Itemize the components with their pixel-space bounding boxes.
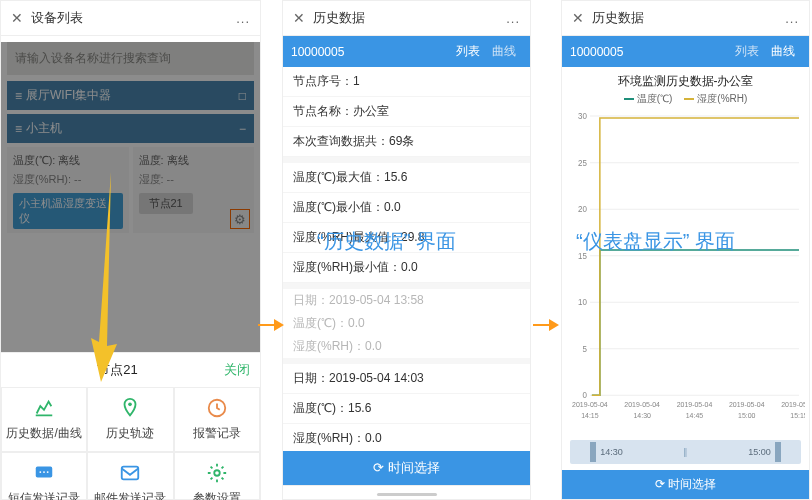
action-sheet-grid: 历史数据/曲线 历史轨迹 报警记录 短信发送记录 邮件发送记录 参数设置	[1, 387, 260, 500]
alarm-icon	[206, 397, 228, 419]
close-icon[interactable]: ✕	[572, 10, 584, 26]
record-row: 日期：2019-05-04 13:58	[283, 289, 530, 312]
list-icon: ≡	[15, 122, 20, 136]
stat-row: 温度(℃)最大值：15.6	[283, 163, 530, 193]
sub-bar: 10000005 列表 曲线	[562, 36, 809, 67]
svg-point-7	[214, 470, 220, 476]
slider-tick: 14:30	[600, 447, 623, 457]
chart-title: 环境监测历史数据-办公室	[562, 67, 809, 92]
header-bar: ✕ 设备列表 ...	[1, 1, 260, 36]
legend-label: 湿度(%RH)	[697, 93, 747, 104]
cell-label: 邮件发送记录	[94, 490, 166, 500]
panel-device-list: ✕ 设备列表 ... 请输入设备名称进行搜索查询 ≡ 展厅WIFI集中器 □ ≡…	[0, 0, 261, 500]
header-bar: ✕ 历史数据 ...	[562, 1, 809, 36]
group-wifi-hub[interactable]: ≡ 展厅WIFI集中器 □	[7, 81, 254, 110]
svg-text:2019-05-04: 2019-05-04	[677, 401, 713, 408]
tab-curve[interactable]: 曲线	[765, 43, 801, 60]
annotation-arrow-right	[533, 318, 559, 332]
location-icon	[119, 397, 141, 419]
annotation-arrow-down	[91, 172, 117, 382]
legend-label: 温度(℃)	[637, 93, 673, 104]
temp-line: 温度: 离线	[139, 153, 249, 168]
header-title: 历史数据	[313, 9, 506, 27]
header-title: 历史数据	[592, 9, 785, 27]
svg-text:14:15: 14:15	[581, 412, 599, 419]
cell-params[interactable]: 参数设置	[174, 452, 260, 500]
collapse-icon[interactable]: −	[239, 122, 246, 136]
more-icon[interactable]: ...	[785, 11, 799, 26]
header-bar: ✕ 历史数据 ...	[283, 1, 530, 36]
close-icon[interactable]: ✕	[11, 10, 23, 26]
cell-history-data[interactable]: 历史数据/曲线	[1, 387, 87, 452]
cell-sms-record[interactable]: 短信发送记录	[1, 452, 87, 500]
record-row: 湿度(%RH)：0.0	[283, 335, 530, 358]
svg-rect-6	[122, 467, 139, 480]
tab-curve[interactable]: 曲线	[486, 43, 522, 60]
svg-text:14:45: 14:45	[686, 412, 704, 419]
more-icon[interactable]: ...	[236, 11, 250, 26]
group-small-host[interactable]: ≡ 小主机 −	[7, 114, 254, 143]
record-hum: 湿度(%RH)：0.0	[283, 424, 530, 451]
svg-point-0	[129, 403, 133, 407]
svg-point-5	[47, 471, 49, 473]
device-id: 10000005	[570, 45, 729, 59]
slider-handle-left[interactable]	[590, 442, 596, 462]
device-card[interactable]: 温度: 离线 湿度: -- 节点21 ⚙	[133, 147, 255, 233]
list-icon: ≡	[15, 89, 20, 103]
collapse-icon[interactable]: □	[239, 89, 246, 103]
sms-icon	[33, 462, 55, 484]
time-select-button[interactable]: ⟳ 时间选择	[283, 451, 530, 485]
group-label: 小主机	[26, 120, 239, 137]
svg-text:2019-05-04: 2019-05-04	[624, 401, 660, 408]
chart-icon	[33, 397, 55, 419]
time-select-button[interactable]: ⟳ 时间选择	[562, 470, 809, 499]
svg-point-4	[43, 471, 45, 473]
chart-canvas[interactable]: 0510152025302019-05-0414:152019-05-0414:…	[566, 110, 805, 436]
summary-row: 节点名称：办公室	[283, 97, 530, 127]
sheet-close[interactable]: 关闭	[224, 361, 250, 379]
callout-history: “历史数据” 界面	[317, 228, 456, 255]
svg-text:10: 10	[578, 298, 587, 307]
annotation-arrow-right	[258, 318, 284, 332]
svg-text:15:15: 15:15	[790, 412, 805, 419]
cell-label: 历史数据/曲线	[6, 425, 81, 442]
nav-pill	[283, 485, 530, 499]
search-input[interactable]: 请输入设备名称进行搜索查询	[7, 42, 254, 75]
cell-history-track[interactable]: 历史轨迹	[87, 387, 173, 452]
record-temp: 温度(℃)：15.6	[283, 394, 530, 424]
time-range-slider[interactable]: 14:30 ‖ 15:00	[570, 440, 801, 464]
cell-label: 历史轨迹	[106, 425, 154, 442]
svg-text:14:30: 14:30	[633, 412, 651, 419]
tab-list[interactable]: 列表	[729, 43, 765, 60]
stat-row: 湿度(%RH)最小值：0.0	[283, 253, 530, 283]
legend-swatch-hum	[684, 98, 694, 100]
device-cards: 温度(℃): 离线 湿度(%RH): -- 小主机温湿度变送仪 温度: 离线 湿…	[7, 147, 254, 233]
svg-text:30: 30	[578, 112, 587, 121]
hum-line: 湿度: --	[139, 172, 249, 187]
legend-swatch-temp	[624, 98, 634, 100]
group-label: 展厅WIFI集中器	[26, 87, 239, 104]
slider-handle-right[interactable]	[775, 442, 781, 462]
slider-tick: 15:00	[748, 447, 771, 457]
cell-alarm-record[interactable]: 报警记录	[174, 387, 260, 452]
temp-line: 温度(℃): 离线	[13, 153, 123, 168]
gear-icon[interactable]: ⚙	[230, 209, 250, 229]
svg-text:2019-05-04: 2019-05-04	[781, 401, 805, 408]
svg-text:15:00: 15:00	[738, 412, 756, 419]
cell-label: 报警记录	[193, 425, 241, 442]
header-title: 设备列表	[31, 9, 236, 27]
svg-text:20: 20	[578, 205, 587, 214]
cell-mail-record[interactable]: 邮件发送记录	[87, 452, 173, 500]
svg-text:5: 5	[582, 345, 587, 354]
stat-row: 温度(℃)最小值：0.0	[283, 193, 530, 223]
close-icon[interactable]: ✕	[293, 10, 305, 26]
history-rows: 节点序号：1 节点名称：办公室 本次查询数据共：69条 温度(℃)最大值：15.…	[283, 67, 530, 451]
svg-point-3	[40, 471, 42, 473]
more-icon[interactable]: ...	[506, 11, 520, 26]
record-date: 日期：2019-05-04 14:03	[283, 364, 530, 394]
summary-row: 节点序号：1	[283, 67, 530, 97]
device-button[interactable]: 节点21	[139, 193, 193, 214]
tab-list[interactable]: 列表	[450, 43, 486, 60]
mail-icon	[119, 462, 141, 484]
sheet-title: 节点21	[11, 361, 224, 379]
